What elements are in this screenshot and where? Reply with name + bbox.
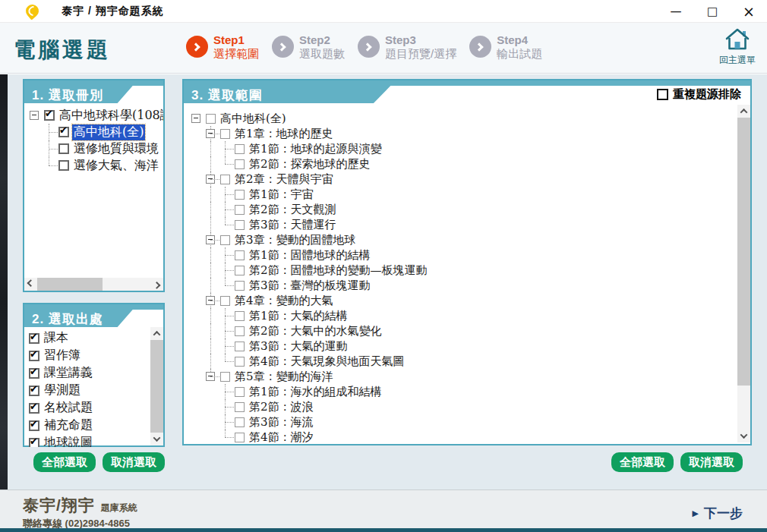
tree-expander-icon[interactable]	[206, 372, 215, 381]
source-checkbox[interactable]	[29, 333, 39, 344]
source-label[interactable]: 課堂講義	[43, 365, 94, 381]
tree-expander-icon[interactable]	[206, 235, 215, 244]
scroll-right-button[interactable]	[150, 278, 163, 291]
tree-row[interactable]: 第2節：波浪	[191, 399, 750, 414]
step-indicator-1[interactable]: Step1選擇範圍	[186, 33, 259, 61]
tree-row[interactable]: 第3節：大氣的運動	[191, 338, 750, 354]
select-all-button[interactable]: 全部選取	[33, 452, 96, 472]
tree-row[interactable]: 第1節：地球的起源與演變	[191, 141, 750, 156]
scrollbar-thumb[interactable]	[737, 118, 750, 386]
tree-checkbox[interactable]	[235, 433, 245, 442]
tree-label[interactable]: 第1節：地球的起源與演變	[248, 142, 384, 156]
tree-label[interactable]: 第2節：探索地球的歷史	[248, 157, 372, 172]
deselect-button[interactable]: 取消選取	[103, 452, 165, 472]
tree-label[interactable]: 第4節：潮汐	[248, 430, 315, 443]
tree-checkbox[interactable]	[235, 250, 245, 260]
source-label[interactable]: 地球說圖	[43, 435, 94, 447]
tree-checkbox[interactable]	[58, 143, 69, 154]
tree-label[interactable]: 第2節：大氣中的水氣變化	[248, 324, 384, 338]
vertical-scrollbar[interactable]	[150, 327, 163, 445]
tree-row[interactable]: 選修地質與環境	[30, 140, 163, 157]
tree-label[interactable]: 第1節：固體地球的結構	[248, 248, 372, 263]
source-label[interactable]: 習作簿	[43, 348, 82, 364]
tree-label[interactable]: 第2節：波浪	[248, 400, 315, 414]
step-indicator-4[interactable]: Step4輸出試題	[469, 33, 542, 61]
tree-label[interactable]: 高中地球科學(108課綱)	[58, 108, 163, 124]
tree-row[interactable]: 高中地科(全)	[191, 111, 750, 126]
tree-checkbox[interactable]	[58, 160, 69, 171]
tree-row[interactable]: 第5章：變動的海洋	[191, 369, 750, 384]
tree-checkbox[interactable]	[220, 175, 230, 184]
scroll-up-button[interactable]	[150, 327, 163, 340]
horizontal-scrollbar[interactable]	[24, 278, 163, 291]
tree-checkbox[interactable]	[220, 372, 230, 382]
home-button[interactable]: 回主選單	[715, 28, 759, 67]
dedupe-option[interactable]: 重複題源排除	[657, 87, 741, 102]
tree-label[interactable]: 第1節：海水的組成和結構	[248, 385, 384, 399]
dedupe-checkbox[interactable]	[657, 89, 668, 100]
tree-checkbox[interactable]	[220, 235, 230, 245]
source-checkbox[interactable]	[29, 403, 39, 414]
scrollbar-thumb[interactable]	[150, 340, 163, 433]
tree-row[interactable]: 第1節：宇宙	[191, 187, 750, 202]
tree-row[interactable]: 第4節：天氣現象與地面天氣圖	[191, 354, 750, 369]
tree-label[interactable]: 第2節：固體地球的變動—板塊運動	[248, 263, 429, 278]
tree-checkbox[interactable]	[235, 311, 245, 321]
source-item[interactable]: 名校試題	[29, 399, 163, 417]
tree-checkbox[interactable]	[206, 114, 216, 124]
tree-checkbox[interactable]	[235, 205, 245, 215]
tree-row[interactable]: 高中地科(全)	[30, 124, 163, 140]
close-button[interactable]: ×	[731, 0, 767, 22]
tree-label[interactable]: 選修大氣、海洋	[72, 158, 160, 174]
tree-row[interactable]: 高中地球科學(108課綱)	[30, 107, 163, 124]
tree-checkbox[interactable]	[44, 110, 55, 121]
tree-checkbox[interactable]	[235, 326, 245, 336]
tree-label[interactable]: 第4節：天氣現象與地面天氣圖	[248, 354, 406, 369]
tree-row[interactable]: 第3章：變動的固體地球	[191, 232, 750, 247]
tree-row[interactable]: 第1節：固體地球的結構	[191, 247, 750, 263]
tree-checkbox[interactable]	[235, 357, 245, 367]
maximize-button[interactable]: □	[694, 0, 731, 22]
next-button[interactable]: ▶下一步	[693, 505, 743, 522]
tree-checkbox[interactable]	[235, 402, 245, 412]
scroll-down-button[interactable]	[737, 430, 750, 442]
tree-row[interactable]: 第1節：大氣的結構	[191, 308, 750, 323]
tree-label[interactable]: 第2節：天文觀測	[248, 203, 338, 217]
select-all-button[interactable]: 全部選取	[611, 452, 674, 472]
step-indicator-3[interactable]: Step3題目預覽/選擇	[358, 33, 456, 61]
tree-checkbox[interactable]	[235, 342, 245, 351]
source-checkbox[interactable]	[29, 368, 39, 379]
tree-label[interactable]: 第3節：海流	[248, 415, 315, 430]
deselect-button[interactable]: 取消選取	[680, 452, 743, 472]
source-item[interactable]: 地球說圖	[29, 434, 163, 447]
tree-row[interactable]: 第2節：大氣中的水氣變化	[191, 323, 750, 338]
tree-checkbox[interactable]	[220, 129, 230, 139]
tree-label[interactable]: 第3節：大氣的運動	[248, 339, 349, 354]
tree-checkbox[interactable]	[58, 127, 69, 137]
tree-row[interactable]: 第2章：天體與宇宙	[191, 172, 750, 187]
tree-checkbox[interactable]	[235, 387, 245, 397]
tree-checkbox[interactable]	[220, 296, 230, 306]
source-label[interactable]: 學測題	[43, 382, 82, 398]
source-item[interactable]: 課堂講義	[29, 364, 163, 382]
tree-label[interactable]: 第3節：天體運行	[248, 218, 338, 232]
scroll-left-button[interactable]	[24, 278, 37, 291]
tree-expander-icon[interactable]	[191, 114, 200, 123]
tree-row[interactable]: 選修大氣、海洋	[30, 157, 163, 174]
tree-checkbox[interactable]	[235, 144, 245, 154]
tree-checkbox[interactable]	[235, 159, 245, 169]
scroll-down-button[interactable]	[150, 433, 163, 445]
scrollbar-track[interactable]	[737, 118, 750, 430]
tree-row[interactable]: 第1節：海水的組成和結構	[191, 384, 750, 399]
scroll-up-button[interactable]	[737, 105, 750, 118]
tree-expander-icon[interactable]	[206, 175, 215, 184]
vertical-scrollbar[interactable]	[737, 105, 750, 442]
source-label[interactable]: 課本	[43, 330, 70, 346]
tree-label[interactable]: 第1節：宇宙	[248, 187, 315, 202]
tree-row[interactable]: 第3節：臺灣的板塊運動	[191, 278, 750, 293]
scrollbar-thumb[interactable]	[37, 278, 103, 291]
tree-expander-icon[interactable]	[206, 296, 215, 305]
tree-label[interactable]: 第5章：變動的海洋	[233, 370, 335, 384]
tree-checkbox[interactable]	[235, 417, 245, 427]
source-item[interactable]: 習作簿	[29, 347, 163, 364]
